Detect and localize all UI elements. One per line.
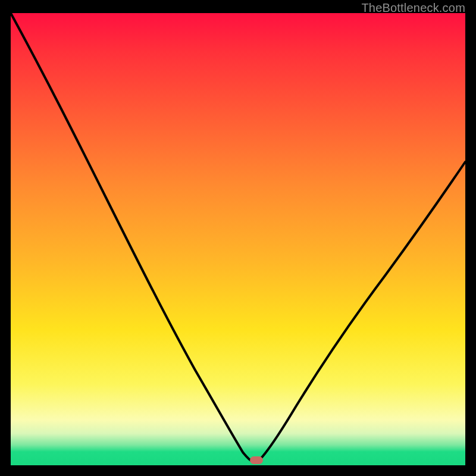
chart-frame: TheBottleneck.com — [0, 0, 476, 476]
attribution-text: TheBottleneck.com — [361, 1, 465, 15]
curve-left-branch — [11, 13, 258, 461]
optimum-marker — [250, 456, 263, 464]
curve-right-branch — [258, 162, 465, 461]
bottleneck-curve — [11, 13, 465, 465]
